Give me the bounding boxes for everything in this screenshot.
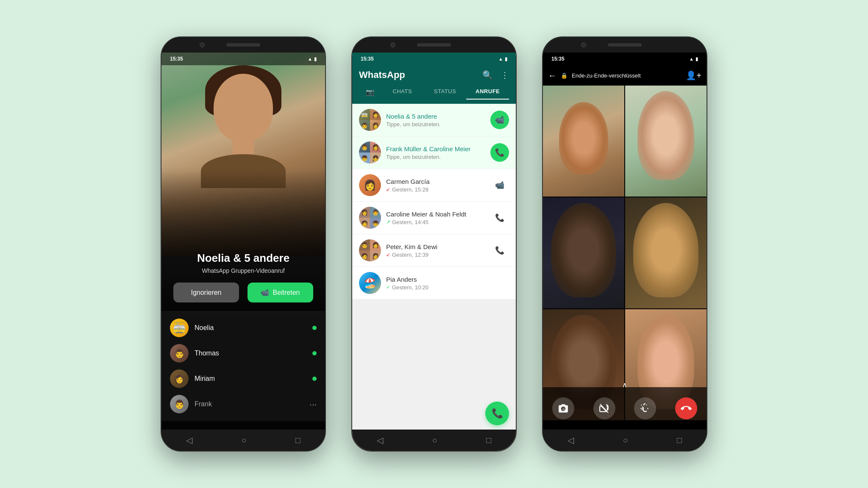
avatar-piece-1: 🚋 xyxy=(359,109,370,120)
call-item-carmen[interactable]: 👩 Carmen García ↙ Gestern, 15:28 📹 xyxy=(352,169,516,202)
avatar-miriam: 👩 xyxy=(170,369,189,388)
nav-square-2[interactable]: □ xyxy=(486,435,491,445)
nav-back-2[interactable]: ◁ xyxy=(377,435,383,445)
avatar-piece-3: 👨 xyxy=(359,120,370,131)
mute-video-button[interactable] xyxy=(593,397,615,419)
speaker xyxy=(226,43,260,47)
carmen-photo: 👩 xyxy=(359,174,381,196)
call-subtitle: WhatsApp Gruppen-Videoanruf xyxy=(202,267,284,274)
signal-icon-1: ▲ xyxy=(308,56,312,61)
video-call-icon: 📹 xyxy=(495,115,504,125)
wa-title: WhatsApp xyxy=(359,69,405,80)
participant-miriam-name: Miriam xyxy=(195,375,215,383)
avatar-frank: 👨 xyxy=(170,395,189,413)
nav-square-1[interactable]: □ xyxy=(295,435,300,445)
pia-photo: 🏖️ xyxy=(359,272,381,294)
tram-icon: 🚋 xyxy=(170,319,189,337)
wa-header: WhatsApp 🔍 ⋮ 📷 CHATS STATUS ANRUFE xyxy=(352,65,516,104)
time-3: 15:35 xyxy=(551,56,565,62)
vc-back-button[interactable]: ← xyxy=(548,71,556,80)
video-icon-carmen: 📹 xyxy=(495,180,504,190)
call-peter-kim-sub: ↙ Gestern, 12:39 xyxy=(386,252,485,258)
call-caroline-noah-name: Caroline Meier & Noah Feldt xyxy=(386,211,485,218)
participant-noelia: 🚋 Noelia xyxy=(170,315,317,341)
video-grid xyxy=(543,86,707,420)
participant-thomas-info: 👨 Thomas xyxy=(170,344,219,363)
notch-1 xyxy=(161,37,325,53)
avatar-piece-2: 👩 xyxy=(370,109,381,120)
fab-new-call[interactable]: 📞 xyxy=(485,402,509,425)
notch-3 xyxy=(543,37,707,53)
vid3-face xyxy=(551,203,616,297)
vc-header: ← 🔒 Ende-zu-Ende-verschlüsselt 👤+ xyxy=(543,65,707,86)
tab-camera[interactable]: 📷 xyxy=(359,84,381,100)
video-icon: 📹 xyxy=(261,288,269,297)
call-caroline-noah-sub: ↗ Gestern, 14:45 xyxy=(386,219,485,225)
nav-square-3[interactable]: □ xyxy=(677,435,682,445)
ignore-button[interactable]: Ignorieren xyxy=(173,283,239,302)
vc-chevron-up[interactable]: ∧ xyxy=(622,381,627,389)
signal-icon-2: ▲ xyxy=(498,56,503,61)
call-item-caroline-noah[interactable]: 👩 👨 🧑 👦 Caroline Meier & Noah Feldt ↗ Ge… xyxy=(352,202,516,234)
vc-add-participant[interactable]: 👤+ xyxy=(686,70,701,80)
end-call-button[interactable] xyxy=(675,397,697,419)
avatar-pk-2: 👩 xyxy=(370,239,381,250)
call-frank-caroline-sub: Tippe, um beizutreten. xyxy=(386,154,485,160)
nav-home-1[interactable]: ○ xyxy=(241,435,246,445)
action-cn-phone[interactable]: 📞 xyxy=(490,208,509,227)
avatar-cn-4: 👦 xyxy=(370,218,381,229)
vid1-face xyxy=(559,102,608,174)
call-frank-caroline-name: Frank Müller & Caroline Meier xyxy=(386,145,485,152)
call-noelia-info: Noelia & 5 andere Tippe, um beizutreten. xyxy=(386,113,485,128)
participant-miriam-info: 👩 Miriam xyxy=(170,369,215,388)
outgoing-arrow-cn: ↗ xyxy=(386,219,390,225)
participant-frank: 👨 Frank ··· xyxy=(170,391,317,417)
fab-icon: 📞 xyxy=(492,408,503,419)
call-pia-name: Pia Anders xyxy=(386,276,509,283)
call-peter-kim-info: Peter, Kim & Dewi ↙ Gestern, 12:39 xyxy=(386,243,485,258)
join-button[interactable]: 📹 Beitreten xyxy=(248,283,313,302)
video-cell-4 xyxy=(625,197,707,308)
avatar-piece-fc-3: 👦 xyxy=(359,152,370,164)
call-item-pia[interactable]: 🏖️ Pia Anders ✓ Gestern, 10:20 xyxy=(352,267,516,299)
avatar-peter-kim: 👨 👩 🧑 👩 xyxy=(359,239,381,261)
participants-list: 🚋 Noelia 👨 Thomas xyxy=(161,311,325,421)
call-caroline-noah-info: Caroline Meier & Noah Feldt ↗ Gestern, 1… xyxy=(386,211,485,225)
action-pk-phone[interactable]: 📞 xyxy=(490,241,509,260)
action-carmen-video[interactable]: 📹 xyxy=(490,176,509,194)
notch-2 xyxy=(352,37,516,53)
join-label: Beitreten xyxy=(273,289,300,297)
call-pia-info: Pia Anders ✓ Gestern, 10:20 xyxy=(386,276,509,291)
avatar-piece-fc-2: 👩 xyxy=(370,141,381,152)
nav-home-2[interactable]: ○ xyxy=(432,435,437,445)
avatar-noelia: 🚋 xyxy=(170,319,189,337)
status-bar-2: 15:35 ▲ ▮ xyxy=(352,53,516,65)
call-item-frank-caroline[interactable]: 👨 👩 👦 👧 Frank Müller & Caroline Meier Ti… xyxy=(352,136,516,169)
participant-thomas-name: Thomas xyxy=(195,349,219,357)
status-icons-1: ▲ ▮ xyxy=(308,56,317,62)
tab-chats[interactable]: CHATS xyxy=(381,84,424,100)
avatar-thomas: 👨 xyxy=(170,344,189,363)
nav-back-3[interactable]: ◁ xyxy=(568,435,574,445)
camera-notch-3 xyxy=(581,42,586,47)
tab-status[interactable]: STATUS xyxy=(424,84,467,100)
action-frank-caroline-phone[interactable]: 📞 xyxy=(490,143,509,162)
nav-home-3[interactable]: ○ xyxy=(623,435,628,445)
mute-audio-button[interactable] xyxy=(634,397,656,419)
nav-back-1[interactable]: ◁ xyxy=(186,435,192,445)
call-peter-kim-name: Peter, Kim & Dewi xyxy=(386,243,485,250)
flip-camera-button[interactable] xyxy=(552,397,574,419)
call-item-noelia[interactable]: 🚋 👩 👨 👩 Noelia & 5 andere Tippe, um beiz… xyxy=(352,104,516,136)
menu-icon[interactable]: ⋮ xyxy=(501,70,509,80)
call-overlay: Noelia & 5 andere WhatsApp Gruppen-Video… xyxy=(161,53,325,430)
online-indicator-noelia xyxy=(312,326,317,330)
vc-lock-icon: 🔒 xyxy=(561,72,568,79)
call-item-peter-kim[interactable]: 👨 👩 🧑 👩 Peter, Kim & Dewi ↙ Gestern, 12:… xyxy=(352,234,516,267)
call-list: 🚋 👩 👨 👩 Noelia & 5 andere Tippe, um beiz… xyxy=(352,104,516,299)
action-noelia-video[interactable]: 📹 xyxy=(490,111,509,129)
call-carmen-sub: ↙ Gestern, 15:28 xyxy=(386,186,485,193)
search-icon[interactable]: 🔍 xyxy=(482,70,493,80)
call-buttons: Ignorieren 📹 Beitreten xyxy=(173,283,313,302)
tab-anrufe[interactable]: ANRUFE xyxy=(466,84,509,100)
battery-icon-3: ▮ xyxy=(696,56,698,62)
